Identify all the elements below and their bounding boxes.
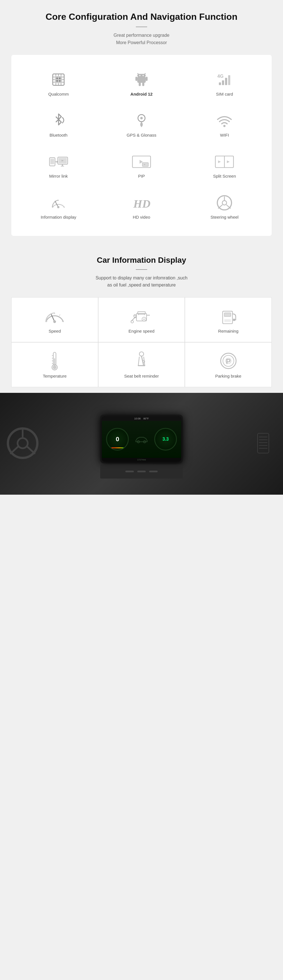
steeringwheel-icon bbox=[214, 194, 234, 211]
svg-point-37 bbox=[223, 125, 225, 127]
speed-cell: Speed bbox=[11, 298, 98, 342]
simcard-icon: 4G bbox=[214, 71, 234, 88]
mirrorlink-cell: Mirror link bbox=[17, 145, 100, 186]
svg-rect-2 bbox=[56, 78, 58, 79]
gps-icon bbox=[131, 112, 152, 129]
temperature-icon bbox=[43, 351, 66, 371]
simcard-label: SIM card bbox=[216, 92, 233, 97]
right-vent-area bbox=[255, 432, 277, 456]
pip-icon bbox=[131, 153, 152, 170]
svg-point-25 bbox=[142, 75, 144, 76]
car-silhouette-icon bbox=[134, 435, 149, 444]
seatbelt-cell: Seat belt reminder bbox=[99, 342, 185, 387]
features-grid: Qualcomm bbox=[17, 64, 266, 228]
mirrorlink-icon bbox=[49, 153, 69, 170]
svg-rect-23 bbox=[137, 74, 146, 77]
svg-rect-1 bbox=[55, 76, 62, 83]
vent-slot bbox=[125, 471, 134, 473]
svg-rect-27 bbox=[146, 76, 148, 81]
svg-rect-5 bbox=[59, 80, 61, 82]
dash-top-bar: 10:08 80°F bbox=[102, 416, 181, 421]
svg-line-109 bbox=[27, 447, 35, 453]
svg-rect-31 bbox=[219, 82, 221, 85]
remaining-cell: Remaining bbox=[185, 298, 272, 342]
svg-point-79 bbox=[144, 314, 145, 315]
core-title: Core Configuration And Navigation Functi… bbox=[6, 11, 277, 22]
svg-rect-112 bbox=[257, 433, 269, 453]
svg-rect-87 bbox=[233, 319, 235, 321]
core-subtitle: Great performance upgrade More Powerful … bbox=[6, 32, 277, 46]
svg-text:4G: 4G bbox=[217, 73, 224, 79]
gps-cell: GPS & Glonass bbox=[100, 104, 183, 145]
svg-marker-53 bbox=[218, 161, 221, 163]
svg-rect-4 bbox=[56, 80, 58, 82]
seatbelt-icon bbox=[130, 351, 153, 371]
svg-point-97 bbox=[139, 352, 144, 356]
svg-rect-33 bbox=[225, 78, 227, 85]
android-cell: Android 12 bbox=[100, 64, 183, 104]
svg-point-56 bbox=[57, 206, 59, 208]
car-info-title: Car Information Display bbox=[6, 256, 277, 265]
temperature-label: Temperature bbox=[43, 374, 67, 379]
svg-rect-39 bbox=[50, 159, 54, 164]
enginespeed-icon bbox=[130, 306, 153, 326]
parkingbrake-icon: P bbox=[217, 351, 240, 371]
svg-rect-74 bbox=[138, 312, 145, 314]
infodisplay-icon bbox=[49, 194, 69, 211]
remaining-label: Remaining bbox=[218, 329, 238, 334]
hdvideo-cell: HD HD video bbox=[100, 186, 183, 228]
vent-slot bbox=[137, 471, 146, 473]
splitscreen-label: Split Screen bbox=[213, 173, 236, 178]
enginespeed-cell: Engine speed bbox=[99, 298, 185, 342]
svg-rect-86 bbox=[224, 313, 231, 317]
svg-text:HD: HD bbox=[133, 197, 150, 210]
android-label: Android 12 bbox=[131, 92, 152, 97]
wifi-icon bbox=[214, 112, 234, 129]
enginespeed-label: Engine speed bbox=[128, 329, 155, 334]
svg-rect-34 bbox=[228, 75, 230, 85]
steering-wheel-left bbox=[6, 426, 40, 461]
dash-mileage: 17274mi bbox=[102, 458, 181, 461]
qualcomm-icon bbox=[49, 71, 69, 88]
splitscreen-icon bbox=[214, 153, 234, 170]
mirrorlink-label: Mirror link bbox=[49, 173, 68, 178]
svg-point-62 bbox=[222, 200, 227, 205]
svg-point-78 bbox=[138, 314, 139, 315]
qualcomm-cell: Qualcomm bbox=[17, 64, 100, 104]
bluetooth-icon bbox=[49, 112, 69, 129]
svg-rect-45 bbox=[62, 164, 63, 166]
gauge-value2-display: 3.3 bbox=[162, 437, 169, 442]
splitscreen-cell: Split Screen bbox=[183, 145, 266, 186]
wifi-label: WIFI bbox=[220, 133, 229, 137]
svg-point-36 bbox=[141, 117, 143, 119]
temperature-cell: Temperature bbox=[11, 342, 98, 387]
screen-bezel: 10:08 80°F 0 3.3 bbox=[100, 415, 183, 463]
bluetooth-label: Bluetooth bbox=[50, 133, 67, 137]
simcard-cell: 4G SIM card bbox=[183, 64, 266, 104]
steeringwheel-label: Steering wheel bbox=[211, 215, 238, 220]
dash-gauges: 0 3.3 bbox=[102, 421, 181, 458]
svg-rect-88 bbox=[224, 319, 231, 322]
pip-label: PIP bbox=[138, 173, 145, 178]
car-info-grid: Speed bbox=[11, 297, 272, 387]
svg-point-67 bbox=[53, 320, 56, 323]
gps-label: GPS & Glonass bbox=[126, 133, 156, 137]
seatbelt-label: Seat belt reminder bbox=[124, 374, 159, 379]
features-card: Qualcomm bbox=[11, 55, 272, 236]
hdvideo-icon: HD bbox=[131, 194, 152, 211]
car-divider bbox=[136, 269, 147, 270]
parkingbrake-cell: P Parking brake bbox=[185, 342, 272, 387]
bluetooth-cell: Bluetooth bbox=[17, 104, 100, 145]
speed-icon bbox=[43, 306, 66, 326]
svg-rect-29 bbox=[142, 82, 144, 86]
android-icon bbox=[131, 71, 152, 88]
svg-point-92 bbox=[53, 366, 57, 369]
svg-rect-22 bbox=[137, 76, 146, 83]
car-info-section: Car Information Display Support to displ… bbox=[0, 244, 283, 393]
speed-label: Speed bbox=[49, 329, 61, 334]
remaining-icon bbox=[217, 306, 240, 326]
svg-marker-54 bbox=[227, 161, 230, 163]
gauge-value2: 3.3 bbox=[154, 428, 177, 450]
dashboard-screen: 10:08 80°F 0 3.3 bbox=[102, 416, 181, 461]
svg-rect-32 bbox=[222, 80, 224, 85]
